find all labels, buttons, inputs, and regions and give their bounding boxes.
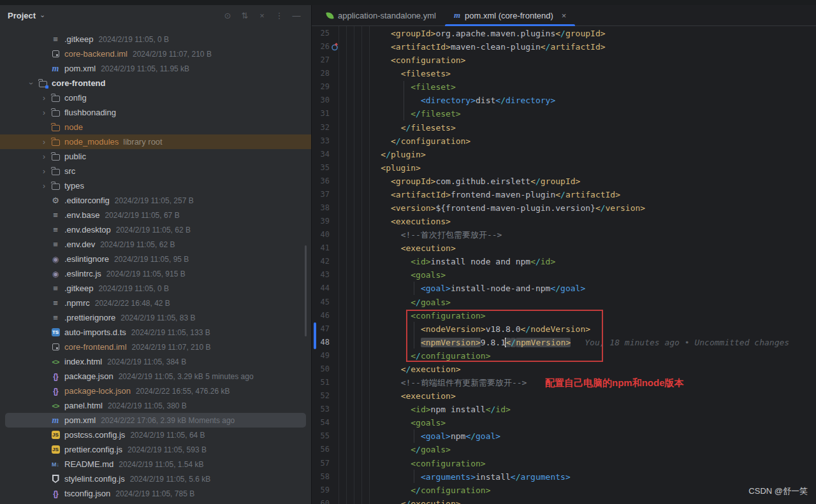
expand-collapse-icon[interactable]: ⇅ [240,11,249,20]
maven-goal-icon[interactable] [331,43,339,51]
code-line-50[interactable]: </execution> [361,363,816,376]
tree-item-tsconfig.json[interactable]: {}tsconfig.json2024/2/19 11:05, 785 B [0,486,311,501]
line-number-51[interactable]: 51 [312,376,330,389]
line-number-37[interactable]: 37 [312,188,330,201]
close-icon[interactable]: × [562,11,567,20]
line-number-49[interactable]: 49 [312,349,330,363]
tree-item-pom.xml[interactable]: mpom.xml2024/2/22 17:06, 2.39 kB Moments… [5,413,306,428]
chevron-down-icon[interactable]: › [26,79,37,88]
project-view-selector[interactable]: Project ⌄ [8,11,45,20]
tree-item-README.md[interactable]: M↓README.md2024/2/19 11:05, 1.54 kB [0,457,311,472]
line-number-38[interactable]: 38 [312,201,330,215]
line-number-25[interactable]: 25 [312,27,330,40]
chevron-right-icon[interactable]: › [38,182,50,191]
more-options-icon[interactable]: ⋮ [275,11,284,20]
code-line-60[interactable]: </execution> [361,497,816,504]
line-number-33[interactable]: 33 [312,134,330,148]
chevron-right-icon[interactable]: › [38,94,50,103]
tree-item-flushbonading[interactable]: ›flushbonading [0,105,311,120]
code-line-28[interactable]: <filesets> [361,67,816,80]
hide-panel-icon[interactable]: — [292,11,301,20]
code-line-29[interactable]: <fileset> [361,80,816,94]
tree-item-.editorconfig[interactable]: ⚙.editorconfig2024/2/19 11:05, 257 B [0,193,311,208]
tree-item-pom.xml[interactable]: mpom.xml2024/2/19 11:05, 11.95 kB [0,61,311,76]
line-number-45[interactable]: 45 [312,296,330,309]
code-line-32[interactable]: </filesets> [361,121,816,134]
tree-item-prettier.config.js[interactable]: JSprettier.config.js2024/2/19 11:05, 593… [0,442,311,457]
code-line-38[interactable]: <version>${frontend-maven-plugin.version… [361,201,816,215]
line-number-28[interactable]: 28 [312,67,330,80]
line-number-30[interactable]: 30 [312,94,330,107]
line-number-34[interactable]: 34 [312,148,330,161]
line-number-35[interactable]: 35 [312,161,330,175]
line-number-54[interactable]: 54 [312,416,330,429]
git-change-marker[interactable] [314,322,316,349]
code-line-58[interactable]: <arguments>install</arguments> [361,470,816,484]
collapse-all-icon[interactable]: × [258,11,266,20]
code-line-52[interactable]: <execution> [361,389,816,403]
line-number-46[interactable]: 46 [312,309,330,322]
tree-item-.eslintignore[interactable]: ◉.eslintignore2024/2/19 11:05, 95 B [0,252,311,266]
tree-item-core-frontend.iml[interactable]: core-frontend.iml2024/2/19 11:07, 210 B [0,340,311,354]
tree-item-stylelint.config.js[interactable]: stylelint.config.js2024/2/19 11:05, 5.6 … [0,472,311,486]
line-number-29[interactable]: 29 [312,80,330,94]
tree-item-.gitkeep[interactable]: ≡.gitkeep2024/2/19 11:05, 0 B [0,32,311,47]
tree-item-.env.dev[interactable]: ≡.env.dev2024/2/19 11:05, 62 B [0,237,311,252]
line-number-27[interactable]: 27 [312,54,330,67]
tree-item-types[interactable]: ›types [0,178,311,193]
line-number-50[interactable]: 50 [312,363,330,376]
tree-item-panel.html[interactable]: <>panel.html2024/2/19 11:05, 380 B [0,398,311,413]
locate-file-icon[interactable]: ⊙ [223,11,232,20]
code-line-46[interactable]: <configuration> [361,309,816,322]
code-line-54[interactable]: <goals> [361,416,816,429]
code-line-43[interactable]: <goals> [361,268,816,282]
code-line-26[interactable]: <artifactId>maven-clean-plugin</artifact… [361,40,816,54]
line-number-42[interactable]: 42 [312,255,330,268]
code-line-37[interactable]: <artifactId>frontend-maven-plugin</artif… [361,188,816,201]
code-line-57[interactable]: <configuration> [361,457,816,470]
tree-item-.eslintrc.js[interactable]: ◉.eslintrc.js2024/2/19 11:05, 915 B [0,266,311,281]
code-line-45[interactable]: </goals> [361,296,816,309]
line-number-59[interactable]: 59 [312,484,330,497]
line-number-31[interactable]: 31 [312,107,330,120]
tree-item-package-lock.json[interactable]: {}package-lock.json2024/2/22 16:55, 476.… [0,384,311,398]
code-line-39[interactable]: <executions> [361,215,816,228]
line-number-53[interactable]: 53 [312,403,330,416]
line-number-52[interactable]: 52 [312,389,330,403]
tree-item-auto-imports.d.ts[interactable]: TSauto-imports.d.ts2024/2/19 11:05, 133 … [0,325,311,340]
line-number-55[interactable]: 55 [312,429,330,443]
code-line-35[interactable]: <plugin> [361,161,816,175]
chevron-right-icon[interactable]: › [38,167,50,176]
line-number-57[interactable]: 57 [312,457,330,470]
tree-item-core-frontend[interactable]: ›core-frontend [0,76,311,90]
code-line-41[interactable]: <execution> [361,241,816,255]
line-number-32[interactable]: 32 [312,121,330,134]
code-content[interactable]: <groupId>org.apache.maven.plugins</group… [361,27,816,504]
chevron-right-icon[interactable]: › [38,108,50,117]
code-line-27[interactable]: <configuration> [361,54,816,67]
line-number-56[interactable]: 56 [312,443,330,456]
tree-item-.env.desktop[interactable]: ≡.env.desktop2024/2/19 11:05, 62 B [0,222,311,237]
code-line-33[interactable]: </configuration> [361,134,816,148]
code-line-47[interactable]: <nodeVersion>v18.8.0</nodeVersion> [361,322,816,336]
tree-item-src[interactable]: ›src [0,164,311,178]
code-line-34[interactable]: </plugin> [361,148,816,161]
line-number-41[interactable]: 41 [312,241,330,255]
line-number-39[interactable]: 39 [312,215,330,228]
chevron-right-icon[interactable]: › [38,152,50,161]
line-number-44[interactable]: 44 [312,282,330,295]
tree-item-postcss.config.js[interactable]: JSpostcss.config.js2024/2/19 11:05, 64 B [0,428,311,442]
tree-item-.gitkeep[interactable]: ≡.gitkeep2024/2/19 11:05, 0 B [0,281,311,296]
tree-item-core-backend.iml[interactable]: core-backend.iml2024/2/19 11:07, 210 B [0,47,311,61]
tree-item-.npmrc[interactable]: ≡.npmrc2024/2/22 16:48, 42 B [0,296,311,310]
code-line-25[interactable]: <groupId>org.apache.maven.plugins</group… [361,27,816,40]
line-number-40[interactable]: 40 [312,228,330,241]
tab-pom-xml[interactable]: m pom.xml (core-frontend) × [445,5,575,25]
tree-item-config[interactable]: ›config [0,90,311,105]
code-line-59[interactable]: </configuration> [361,484,816,497]
code-line-53[interactable]: <id>npm install</id> [361,403,816,416]
code-line-42[interactable]: <id>install node and npm</id> [361,255,816,268]
tree-scrollbar-thumb[interactable] [305,245,307,336]
line-number-58[interactable]: 58 [312,470,330,484]
tree-item-vite.config.ts[interactable]: TSvite.config.ts2024/2/19 11:05, 492 B [0,501,311,504]
